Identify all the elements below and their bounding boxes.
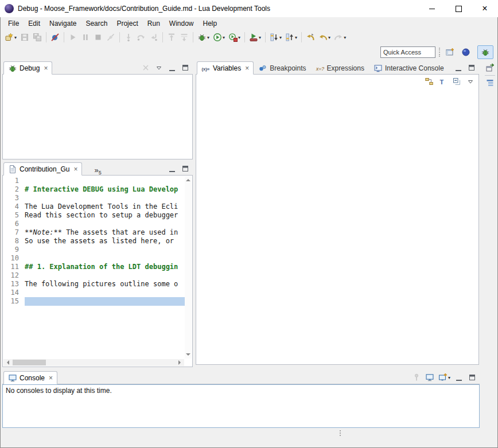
maximize-button[interactable] <box>445 0 472 17</box>
show-logical-structure-icon[interactable] <box>425 77 434 86</box>
line-number[interactable]: 3 <box>3 194 25 202</box>
code-text[interactable] <box>25 177 185 185</box>
external-tools-button[interactable]: ▾ <box>248 31 262 44</box>
code-text[interactable] <box>25 254 185 263</box>
use-step-filters-button[interactable] <box>178 31 190 44</box>
vertical-scrollbar[interactable] <box>185 176 192 359</box>
code-text[interactable]: The Lua Development Tools in the Ecli <box>25 202 185 211</box>
close-tab-icon[interactable]: × <box>73 166 77 173</box>
dropdown-arrow-icon[interactable]: ▾ <box>238 35 240 40</box>
dropdown-arrow-icon[interactable]: ▾ <box>295 35 297 40</box>
minimize-view-icon[interactable] <box>454 373 464 382</box>
debug-button[interactable]: ▾ <box>196 31 211 44</box>
view-menu-icon[interactable] <box>154 63 164 72</box>
line-number[interactable]: 12 <box>3 271 25 280</box>
scroll-left-icon[interactable] <box>5 360 9 365</box>
open-console-button[interactable]: ▾ <box>438 373 450 382</box>
skip-all-breakpoints-button[interactable] <box>49 31 61 44</box>
menu-run[interactable]: Run <box>143 17 165 30</box>
menu-help[interactable]: Help <box>199 17 222 30</box>
close-tab-icon[interactable]: × <box>245 65 249 72</box>
next-annotation-button[interactable]: ▾ <box>269 31 283 44</box>
menu-file[interactable]: File <box>3 17 24 30</box>
dropdown-arrow-icon[interactable]: ▾ <box>328 35 330 40</box>
menu-window[interactable]: Window <box>165 17 199 30</box>
line-number[interactable]: 10 <box>3 254 25 263</box>
line-number[interactable]: 11 <box>3 263 25 271</box>
back-button[interactable]: ▾ <box>317 31 332 44</box>
debug-view-content[interactable] <box>2 75 193 159</box>
code-text[interactable] <box>25 246 185 254</box>
maximize-view-icon[interactable] <box>181 164 190 173</box>
line-number[interactable]: 2 <box>3 185 25 194</box>
scroll-up-icon[interactable] <box>186 177 190 181</box>
step-over-button[interactable] <box>135 31 147 44</box>
line-number[interactable]: 13 <box>3 280 25 289</box>
terminate-button[interactable] <box>92 31 104 44</box>
drop-to-frame-button[interactable] <box>166 31 177 44</box>
menu-navigate[interactable]: Navigate <box>45 17 81 30</box>
line-number[interactable]: 15 <box>3 297 25 306</box>
scroll-right-icon[interactable] <box>178 360 183 365</box>
code-text[interactable] <box>25 297 185 306</box>
disconnect-button[interactable] <box>105 31 116 44</box>
scrollbar-thumb[interactable] <box>13 360 46 365</box>
maximize-view-icon[interactable] <box>181 63 190 72</box>
new-wizard-button[interactable]: ▾ <box>3 31 18 44</box>
close-tab-icon[interactable]: × <box>44 65 48 72</box>
previous-annotation-button[interactable]: ▾ <box>284 31 298 44</box>
tab-console[interactable]: Console × <box>3 371 57 384</box>
outline-view-icon[interactable] <box>485 79 495 88</box>
step-into-button[interactable] <box>123 31 134 44</box>
suspend-button[interactable] <box>80 31 91 44</box>
collapse-all-icon[interactable] <box>452 77 461 86</box>
tab-expressions[interactable]: x=?Expressions <box>311 61 369 75</box>
save-button[interactable] <box>19 31 30 44</box>
scroll-down-icon[interactable] <box>186 353 190 358</box>
horizontal-scrollbar[interactable] <box>3 359 184 366</box>
tab-contribution-guide[interactable]: Contribution_Gu × <box>3 162 82 176</box>
tab-debug[interactable]: Debug × <box>3 61 52 75</box>
code-text[interactable]: # Interactive DEBUG using Lua Develop <box>25 185 185 194</box>
save-all-button[interactable] <box>32 31 43 44</box>
line-number[interactable]: 8 <box>3 237 25 246</box>
line-number[interactable]: 6 <box>3 220 25 228</box>
display-selected-console-icon[interactable] <box>425 373 434 382</box>
restore-view-icon[interactable] <box>485 63 495 72</box>
maximize-view-icon[interactable] <box>467 63 476 72</box>
menu-search[interactable]: Search <box>81 17 112 30</box>
maximize-view-icon[interactable] <box>468 373 477 382</box>
ldt-perspective-button[interactable] <box>458 45 474 59</box>
tab-breakpoints[interactable]: Breakpoints <box>254 61 310 75</box>
code-text[interactable]: ## 1. Explanation of the LDT debuggin <box>25 263 185 271</box>
close-tab-icon[interactable]: × <box>49 375 53 381</box>
code-text[interactable] <box>25 220 185 228</box>
last-edit-location-button[interactable] <box>305 31 316 44</box>
variables-empty-area[interactable] <box>196 88 478 364</box>
dropdown-arrow-icon[interactable]: ▾ <box>279 35 282 40</box>
line-number[interactable]: 5 <box>3 211 25 220</box>
forward-button[interactable]: ▾ <box>333 31 347 44</box>
pin-console-icon[interactable] <box>412 373 421 382</box>
code-text[interactable] <box>25 289 185 297</box>
code-text[interactable]: So use the assets as listed here, or <box>25 237 185 246</box>
view-menu-icon[interactable] <box>466 77 475 86</box>
menu-edit[interactable]: Edit <box>24 17 45 30</box>
code-text[interactable]: Read this section to setup a debugger <box>25 211 185 220</box>
quick-access-input[interactable] <box>380 46 435 58</box>
code-text[interactable] <box>25 271 185 280</box>
dropdown-arrow-icon[interactable]: ▾ <box>207 35 209 40</box>
tab-variables[interactable]: (x)=Variables× <box>197 61 254 75</box>
line-number[interactable]: 7 <box>3 228 25 237</box>
line-number[interactable]: 4 <box>3 202 25 211</box>
dropdown-arrow-icon[interactable]: ▾ <box>344 35 346 40</box>
code-text[interactable]: The following pictures outline some o <box>25 280 185 289</box>
open-perspective-button[interactable] <box>445 48 454 57</box>
dropdown-arrow-icon[interactable]: ▾ <box>14 35 17 40</box>
dropdown-arrow-icon[interactable]: ▾ <box>259 35 261 40</box>
minimize-button[interactable] <box>419 0 445 17</box>
close-button[interactable]: × <box>472 0 498 17</box>
remove-all-terminated-icon[interactable] <box>141 63 150 72</box>
tab-interactive-console[interactable]: Interactive Console <box>369 61 449 75</box>
debug-perspective-button[interactable] <box>477 45 493 59</box>
